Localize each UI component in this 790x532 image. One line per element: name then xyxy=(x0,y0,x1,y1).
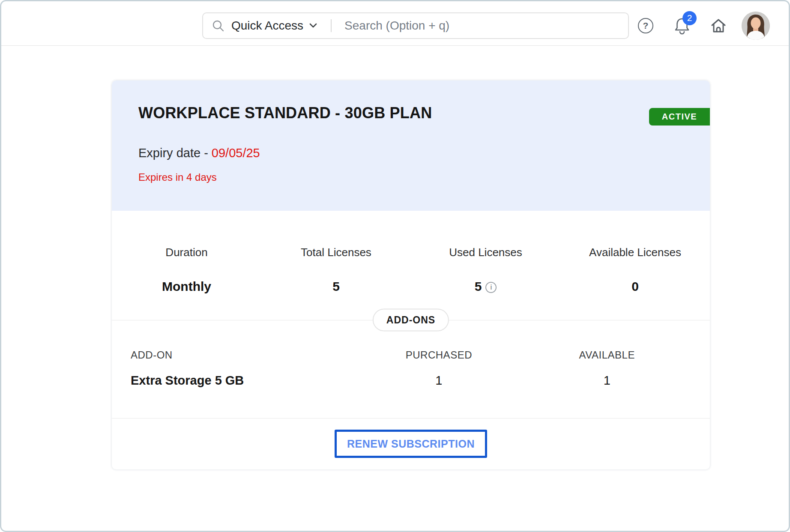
home-button[interactable] xyxy=(710,18,727,34)
plan-header: WORKPLACE STANDARD - 30GB PLAN ACTIVE Ex… xyxy=(112,81,710,211)
info-icon[interactable]: i xyxy=(485,282,497,293)
help-icon: ? xyxy=(638,18,653,33)
plan-title: WORKPLACE STANDARD - 30GB PLAN xyxy=(138,104,683,122)
stat-value: 5 xyxy=(261,278,411,295)
expires-note: Expires in 4 days xyxy=(138,171,683,211)
chevron-down-icon xyxy=(309,23,317,28)
main-content: WORKPLACE STANDARD - 30GB PLAN ACTIVE Ex… xyxy=(1,81,789,469)
addon-name: Extra Storage 5 GB xyxy=(131,372,355,389)
top-bar-actions: ? 2 xyxy=(638,12,770,40)
column-header-available: AVAILABLE xyxy=(523,349,691,362)
column-header-addon: ADD-ON xyxy=(131,349,355,362)
status-badge: ACTIVE xyxy=(649,108,710,126)
expiry-label: Expiry date - xyxy=(138,146,208,160)
renew-subscription-button[interactable]: RENEW SUBSCRIPTION xyxy=(335,430,487,458)
stat-value: Monthly xyxy=(112,278,261,295)
global-search-bar[interactable]: Quick Access xyxy=(202,12,629,39)
subscription-plan-card: WORKPLACE STANDARD - 30GB PLAN ACTIVE Ex… xyxy=(112,81,710,469)
column-header-purchased: PURCHASED xyxy=(355,349,523,362)
stat-available-licenses: Available Licenses 0 xyxy=(560,245,710,295)
help-button[interactable]: ? xyxy=(638,18,653,33)
stat-label: Duration xyxy=(112,245,261,259)
stat-label: Total Licenses xyxy=(261,245,411,259)
notifications-button[interactable]: 2 xyxy=(674,17,690,35)
addon-available: 1 xyxy=(523,372,691,389)
stat-value: 5i xyxy=(411,278,560,295)
expiry-date: 09/05/25 xyxy=(212,146,260,160)
search-icon xyxy=(212,19,224,32)
stat-value: 0 xyxy=(560,278,710,295)
stat-used-licenses: Used Licenses 5i xyxy=(411,245,560,295)
table-row: Extra Storage 5 GB 1 1 xyxy=(131,372,691,389)
addons-table: ADD-ON PURCHASED AVAILABLE Extra Storage… xyxy=(112,320,710,418)
used-licenses-value: 5 xyxy=(475,279,482,293)
license-stats: Duration Monthly Total Licenses 5 Used L… xyxy=(112,211,710,320)
stat-total-licenses: Total Licenses 5 xyxy=(261,245,411,295)
quick-access-selector[interactable]: Quick Access xyxy=(231,19,317,33)
search-divider xyxy=(331,19,332,32)
addons-table-header: ADD-ON PURCHASED AVAILABLE xyxy=(131,349,691,362)
quick-access-label: Quick Access xyxy=(231,19,303,33)
stat-duration: Duration Monthly xyxy=(112,245,261,295)
top-bar: Quick Access ? 2 xyxy=(1,1,789,46)
search-input[interactable] xyxy=(344,18,619,33)
avatar-photo xyxy=(742,12,770,40)
home-icon xyxy=(710,18,727,34)
stat-label: Available Licenses xyxy=(560,245,710,259)
card-footer: RENEW SUBSCRIPTION xyxy=(112,418,710,469)
notification-badge: 2 xyxy=(682,11,697,25)
avatar[interactable] xyxy=(742,12,770,40)
stat-label: Used Licenses xyxy=(411,245,560,259)
expiry-date-line: Expiry date - 09/05/25 xyxy=(138,145,683,161)
addon-purchased: 1 xyxy=(355,372,523,389)
app-window: Quick Access ? 2 xyxy=(0,0,790,532)
addons-section-label: ADD-ONS xyxy=(373,309,449,332)
